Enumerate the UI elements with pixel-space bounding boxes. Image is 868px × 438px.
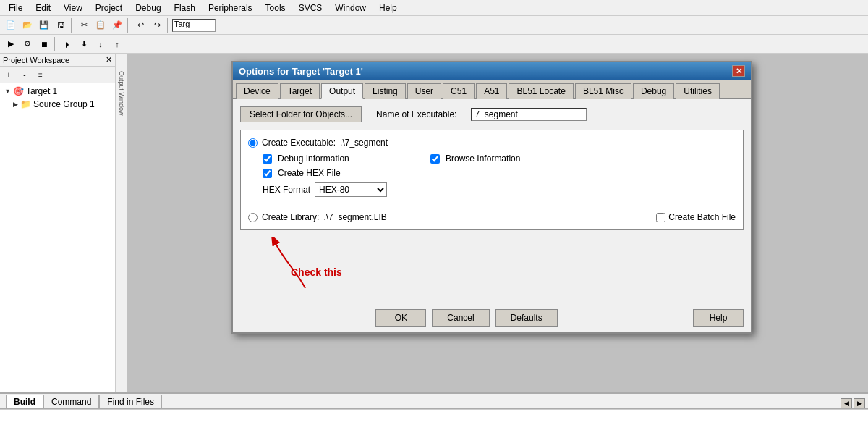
tab-bar: Device Target Output Listing User C51 A5… (233, 80, 751, 99)
menu-project[interactable]: Project (90, 1, 128, 14)
debug-info-label: Debug Information (278, 153, 349, 164)
menu-window[interactable]: Window (329, 1, 372, 14)
create-hex-label: Create HEX File (278, 168, 341, 178)
sep-3 (167, 18, 170, 33)
ok-btn[interactable]: OK (375, 309, 426, 327)
tab-listing[interactable]: Listing (365, 83, 406, 99)
tree-root[interactable]: ▼ 🎯 Target 1 (1, 85, 114, 98)
expand-icon: ▼ (4, 88, 11, 95)
save-btn[interactable]: 💾 (36, 18, 52, 33)
create-executable-radio[interactable] (248, 138, 258, 148)
browse-info-label: Browse Information (446, 153, 520, 164)
btab-find[interactable]: Find in Files (99, 395, 162, 408)
tree-icon-1: 🎯 (13, 86, 24, 96)
hex-format-select[interactable]: HEX-80 HEX-386 (315, 182, 387, 197)
tab-output[interactable]: Output (321, 83, 363, 99)
create-batch-label: Create Batch File (668, 212, 736, 222)
tree-child[interactable]: ▶ 📁 Source Group 1 (1, 98, 114, 111)
rebuild-btn[interactable]: ⚙ (20, 37, 35, 51)
create-library-radio[interactable] (248, 213, 258, 222)
dialog-overlay: Options for Target 'Target 1' ✕ Device T… (116, 54, 868, 392)
create-library-label: Create Library: (262, 212, 319, 222)
btab-build[interactable]: Build (6, 395, 43, 408)
debug-info-row: Debug Information (248, 153, 387, 164)
undo-btn[interactable]: ↩ (132, 18, 148, 33)
tab-bl51misc[interactable]: BL51 Misc (575, 83, 631, 99)
sidebar-icon-1[interactable]: + (1, 68, 16, 81)
dialog-titlebar: Options for Target 'Target 1' ✕ (233, 62, 751, 80)
save-all-btn[interactable]: 🖫 (53, 18, 69, 33)
create-batch-checkbox[interactable] (656, 213, 665, 222)
create-batch-row: Create Batch File (656, 212, 736, 222)
hex-format-row: HEX Format HEX-80 HEX-386 (248, 182, 387, 197)
defaults-btn[interactable]: Defaults (495, 309, 558, 327)
cut-btn[interactable]: ✂ (76, 18, 92, 33)
create-library-row: Create Library: .\7_segment.LIB (248, 212, 387, 222)
browse-info-checkbox[interactable] (430, 154, 440, 164)
redo-btn[interactable]: ↪ (149, 18, 165, 33)
step-over-btn[interactable]: ⬇ (76, 37, 92, 51)
paste-btn[interactable]: 📌 (109, 18, 125, 33)
output-scroll-right[interactable]: ▶ (854, 398, 865, 408)
browse-info-row: Browse Information (416, 153, 520, 164)
output-content (0, 409, 868, 438)
toolbar-1: 📄 📂 💾 🖫 ✂ 📋 📌 ↩ ↪ Targ (0, 16, 868, 35)
menu-peripherals[interactable]: Peripherals (203, 1, 258, 14)
stop-btn[interactable]: ⏹ (36, 37, 52, 51)
sidebar-header: Project Workspace ✕ (0, 54, 115, 67)
dialog-body: Select Folder for Objects... Name of Exe… (233, 99, 751, 303)
menu-edit[interactable]: Edit (30, 1, 56, 14)
step-out-btn[interactable]: ↑ (109, 37, 125, 51)
tab-bl51locate[interactable]: BL51 Locate (509, 83, 573, 99)
tab-device[interactable]: Device (236, 83, 278, 99)
target-label: Targ (172, 19, 216, 32)
tab-user[interactable]: User (407, 83, 441, 99)
hex-format-label: HEX Format (263, 185, 310, 195)
open-btn[interactable]: 📂 (20, 18, 35, 33)
toolbar-2: ▶ ⚙ ⏹ ⏵ ⬇ ↓ ↑ (0, 35, 868, 54)
annotation-area: Check this (240, 237, 744, 295)
btab-command[interactable]: Command (43, 395, 99, 408)
output-scroll-left[interactable]: ◀ (841, 398, 852, 408)
menu-debug[interactable]: Debug (129, 1, 166, 14)
menu-view[interactable]: View (58, 1, 88, 14)
tab-a51[interactable]: A51 (476, 83, 507, 99)
menu-file[interactable]: File (3, 1, 28, 14)
select-folder-btn[interactable]: Select Folder for Objects... (240, 106, 362, 122)
menu-help[interactable]: Help (373, 1, 403, 14)
dialog-title: Options for Target 'Target 1' (239, 66, 363, 77)
dialog-close-btn[interactable]: ✕ (732, 65, 745, 77)
copy-btn[interactable]: 📋 (93, 18, 109, 33)
sidebar-icon-3[interactable]: ≡ (33, 68, 48, 81)
tab-utilities[interactable]: Utilities (676, 83, 720, 99)
sidebar-icon-2[interactable]: - (17, 68, 32, 81)
build-btn[interactable]: ▶ (3, 37, 19, 51)
debug-start-btn[interactable]: ⏵ (59, 37, 75, 51)
sidebar-title: Project Workspace (3, 56, 69, 64)
menu-tools[interactable]: Tools (260, 1, 292, 14)
help-btn[interactable]: Help (693, 309, 744, 327)
menu-svcs[interactable]: SVCS (293, 1, 328, 14)
new-btn[interactable]: 📄 (3, 18, 19, 33)
folder-row: Select Folder for Objects... Name of Exe… (240, 106, 744, 122)
menu-flash[interactable]: Flash (169, 1, 201, 14)
tree-icon-2: 📁 (20, 99, 31, 109)
sidebar-close[interactable]: ✕ (106, 55, 112, 64)
options-box: Create Executable: .\7_segment Debug Inf… (240, 130, 744, 230)
create-hex-row: Create HEX File (248, 168, 387, 178)
create-executable-row: Create Executable: .\7_segment (248, 138, 736, 148)
create-hex-checkbox[interactable] (263, 169, 272, 178)
sidebar: Project Workspace ✕ + - ≡ ▼ 🎯 Target 1 ▶… (0, 54, 116, 392)
sep-1 (71, 18, 74, 33)
sidebar-icons: + - ≡ (0, 67, 115, 83)
create-executable-label: Create Executable: (262, 138, 336, 148)
step-in-btn[interactable]: ↓ (93, 37, 109, 51)
tab-target[interactable]: Target (280, 83, 320, 99)
content-area: Output Window Options for Target 'Target… (116, 54, 868, 392)
tab-debug[interactable]: Debug (633, 83, 674, 99)
cancel-btn[interactable]: Cancel (432, 309, 489, 327)
tab-c51[interactable]: C51 (443, 83, 475, 99)
name-input[interactable] (471, 108, 587, 121)
bottom-tab-bar: Build Command Find in Files ◀ ▶ (0, 393, 868, 409)
debug-info-checkbox[interactable] (263, 154, 272, 164)
